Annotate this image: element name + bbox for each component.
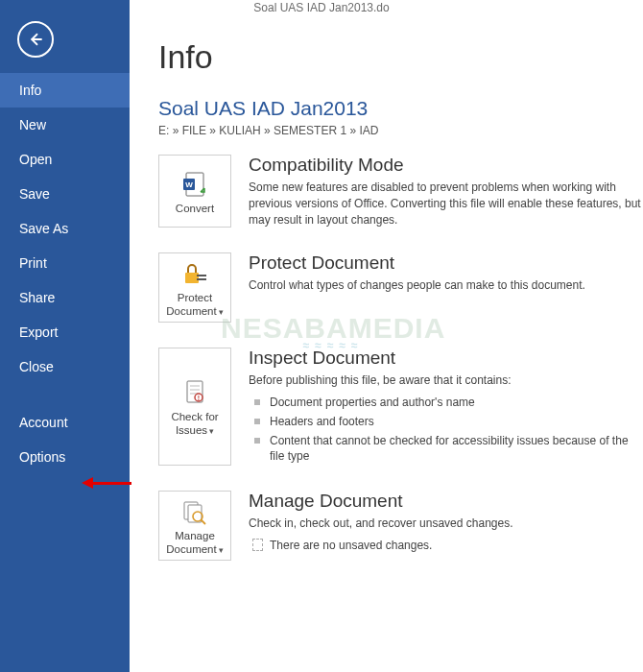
tile-label: Convert: [176, 203, 214, 215]
nav-save-as[interactable]: Save As: [0, 211, 130, 246]
tile-label-line2: Document▾: [166, 543, 223, 556]
inspect-bullets: Document properties and author's name He…: [249, 393, 641, 467]
tile-label-line1: Manage: [175, 530, 215, 542]
tile-label-line1: Check for: [171, 411, 218, 423]
svg-rect-5: [197, 275, 206, 276]
section-heading: Inspect Document: [249, 348, 641, 369]
list-item: Headers and footers: [249, 412, 641, 431]
nav-share[interactable]: Share: [0, 280, 130, 315]
tile-label-line2: Document▾: [166, 305, 223, 318]
svg-text:!: !: [198, 395, 200, 401]
nav-export[interactable]: Export: [0, 315, 130, 349]
back-button[interactable]: [17, 21, 54, 58]
section-protect: Protect Document▾ Protect Document Contr…: [158, 252, 643, 322]
section-desc: Some new features are disabled to preven…: [249, 180, 641, 228]
section-desc: Before publishing this file, be aware th…: [249, 372, 641, 389]
list-item: There are no unsaved changes.: [249, 536, 641, 555]
section-desc: Check in, check out, and recover unsaved…: [249, 516, 641, 532]
nav-account[interactable]: Account: [0, 405, 130, 440]
backstage-main: NESABAMEDIA ≈≈≈≈≈ Info Soal UAS IAD Jan2…: [130, 0, 643, 672]
breadcrumb: E: » FILE » KULIAH » SEMESTER 1 » IAD: [158, 124, 643, 137]
section-heading: Manage Document: [249, 491, 641, 512]
arrow-left-icon: [82, 477, 93, 489]
section-desc: Control what types of changes people can…: [249, 277, 641, 294]
lock-icon: [181, 261, 208, 286]
convert-button[interactable]: W Convert: [158, 155, 231, 228]
nav-info[interactable]: Info: [0, 73, 130, 108]
nav-options[interactable]: Options: [0, 440, 130, 474]
arrow-left-icon: [27, 31, 44, 48]
document-title: Soal UAS IAD Jan2013: [158, 97, 643, 120]
nav-close[interactable]: Close: [0, 349, 130, 384]
window-title: Soal UAS IAD Jan2013.do: [0, 0, 643, 17]
svg-rect-4: [185, 273, 199, 283]
manage-doc-icon: [181, 498, 208, 525]
list-item: Document properties and author's name: [249, 393, 641, 412]
nav-print[interactable]: Print: [0, 246, 130, 280]
svg-rect-6: [197, 278, 206, 280]
nav-save[interactable]: Save: [0, 177, 130, 211]
section-heading: Compatibility Mode: [249, 155, 641, 176]
page-title: Info: [158, 38, 643, 76]
tile-label-line2: Issues▾: [176, 424, 214, 437]
list-item: Content that cannot be checked for acces…: [249, 431, 641, 466]
protect-document-button[interactable]: Protect Document▾: [158, 252, 231, 322]
section-manage: Manage Document▾ Manage Document Check i…: [158, 491, 643, 560]
check-for-issues-button[interactable]: ! Check for Issues▾: [158, 348, 231, 467]
annotation-arrow: [82, 477, 131, 489]
section-compatibility: W Convert Compatibility Mode Some new fe…: [158, 155, 643, 228]
backstage-sidebar: Info New Open Save Save As Print Share E…: [0, 0, 130, 672]
svg-text:W: W: [185, 180, 193, 189]
nav-new[interactable]: New: [0, 108, 130, 142]
word-convert-icon: W: [182, 171, 207, 198]
section-inspect: ! Check for Issues▾ Inspect Document Bef…: [158, 348, 643, 467]
tile-label-line1: Protect: [178, 292, 212, 304]
inspect-icon: !: [182, 379, 207, 406]
section-heading: Protect Document: [249, 252, 641, 274]
nav-open[interactable]: Open: [0, 142, 130, 177]
manage-document-button[interactable]: Manage Document▾: [158, 491, 231, 560]
manage-bullets: There are no unsaved changes.: [249, 536, 641, 555]
